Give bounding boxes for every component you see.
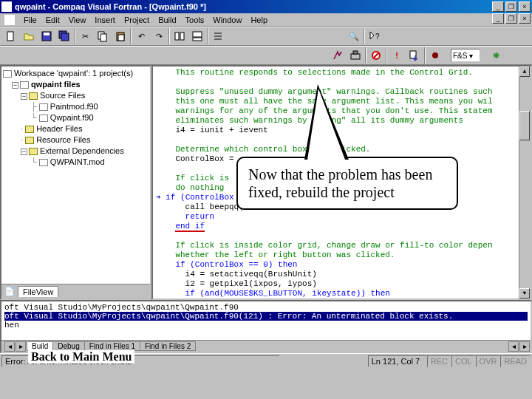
tree-extdep-folder[interactable]: External Dependencies — [40, 146, 124, 155]
status-col: COL — [451, 355, 476, 367]
status-ovr: OVR — [476, 355, 501, 367]
output-line-selected[interactable]: oft Visual Studio\MyProjects\qwpaint\Qwp… — [4, 312, 528, 321]
svg-rect-0 — [7, 32, 13, 41]
scroll-down-button[interactable]: ▼ — [519, 288, 530, 299]
resource-button[interactable]: ❋ — [488, 47, 504, 64]
standard-toolbar: ✂ ↶ ↷ 🔍 ? — [0, 27, 532, 46]
mdi-minimize-button[interactable]: _ — [492, 13, 504, 24]
help-find-button[interactable]: ? — [366, 28, 383, 44]
folder-icon — [25, 126, 34, 133]
tab-scroll-right[interactable]: ▸ — [16, 341, 26, 352]
tree-header-folder[interactable]: Header Files — [36, 124, 82, 133]
menu-bar: File Edit View Insert Project Build Tool… — [0, 13, 532, 27]
svg-rect-9 — [175, 33, 179, 40]
code-line: call beepqq( — [185, 202, 244, 211]
code-line: end if — [175, 222, 205, 232]
annotation-callout: Now that the problem has been fixed, reb… — [236, 157, 458, 210]
code-line: if (ControlBox — [166, 193, 233, 202]
close-button[interactable]: × — [519, 1, 531, 12]
code-line: whether the left or right button was cli… — [175, 250, 395, 259]
svg-text:?: ? — [375, 33, 380, 41]
file-icon — [39, 103, 48, 111]
workspace-icon — [3, 70, 12, 78]
menu-file[interactable]: File — [24, 16, 37, 24]
go-button[interactable] — [406, 47, 423, 64]
tree-resource-folder[interactable]: Resource Files — [36, 135, 90, 144]
menu-insert[interactable]: Insert — [95, 16, 115, 24]
format-combo[interactable]: F&S ▾ — [451, 49, 480, 62]
menu-edit[interactable]: Edit — [46, 16, 60, 24]
mdi-restore-button[interactable]: ❐ — [505, 13, 517, 24]
menu-build[interactable]: Build — [158, 16, 176, 24]
stop-build-button[interactable] — [368, 47, 384, 64]
compile-button[interactable] — [330, 47, 346, 64]
folder-icon — [29, 148, 38, 155]
status-position: Ln 121, Col 7 — [368, 355, 427, 367]
redo-button[interactable]: ↷ — [151, 28, 167, 44]
paste-button[interactable] — [112, 28, 129, 44]
file-icon — [39, 115, 48, 122]
file-tree[interactable]: Workspace 'qwpaint': 1 project(s) −qwpai… — [1, 66, 150, 284]
svg-rect-12 — [193, 38, 202, 41]
collapse-icon[interactable]: − — [21, 149, 27, 155]
open-button[interactable] — [21, 28, 37, 44]
menu-view[interactable]: View — [69, 16, 86, 24]
svg-point-23 — [432, 52, 438, 58]
output-line: hen — [4, 321, 528, 330]
svg-rect-11 — [193, 32, 202, 37]
collapse-icon[interactable]: − — [12, 82, 18, 89]
mdi-close-button[interactable]: × — [519, 13, 531, 24]
cut-button[interactable]: ✂ — [77, 28, 93, 44]
code-line: i4 = iunit + ievent — [175, 126, 267, 134]
execute-button[interactable]: ! — [389, 47, 405, 64]
minimize-button[interactable]: _ — [492, 1, 504, 12]
svg-rect-18 — [353, 51, 358, 54]
tab-fileview[interactable]: FileView — [18, 286, 58, 297]
find-button[interactable]: 🔍 — [346, 28, 362, 44]
project-icon — [20, 81, 29, 89]
tree-file[interactable]: QWPAINT.mod — [50, 157, 105, 166]
tree-project[interactable]: qwpaint files — [31, 80, 81, 89]
new-button[interactable] — [3, 28, 19, 44]
svg-rect-10 — [180, 33, 184, 40]
maximize-button[interactable]: ❐ — [505, 1, 517, 12]
code-line: If click is — [175, 174, 233, 183]
save-button[interactable] — [38, 28, 55, 44]
tree-root: Workspace 'qwpaint': 1 project(s) — [14, 69, 133, 78]
collapse-icon[interactable]: − — [21, 93, 27, 100]
tab-find2[interactable]: Find in Files 2 — [140, 341, 196, 351]
back-to-main-menu[interactable]: Back to Main Menu — [28, 350, 134, 364]
code-line: return — [185, 212, 215, 221]
menu-tools[interactable]: Tools — [185, 16, 205, 24]
code-line: i2 = getpixel(ixpos, iypos) — [185, 279, 317, 288]
output-pane[interactable]: oft Visual Studio\MyProjects\qwpaint\Qwp… — [0, 300, 532, 353]
tree-source-folder[interactable]: Source Files — [40, 91, 85, 100]
output-scroll-left[interactable]: ◂ — [508, 341, 519, 352]
code-line: if (ControlBox == 0) then — [175, 260, 297, 269]
tree-file[interactable]: Paintmod.f90 — [50, 102, 98, 111]
build-button[interactable] — [347, 47, 364, 64]
output-scroll-right[interactable]: ▸ — [519, 341, 530, 352]
workspace-button[interactable] — [171, 28, 188, 44]
code-line: If click is inside color grid, change dr… — [175, 241, 492, 250]
output-button[interactable] — [189, 28, 205, 44]
breakpoint-button[interactable] — [427, 47, 443, 64]
svg-rect-17 — [351, 54, 360, 59]
save-all-button[interactable] — [56, 28, 72, 44]
menu-window[interactable]: Window — [213, 16, 242, 24]
menu-project[interactable]: Project — [124, 16, 149, 24]
title-bar: qwpaint - Compaq Visual Fortran - [Qwpai… — [0, 0, 532, 13]
build-toolbar: ! F&S ▾ ❋ — [0, 46, 532, 65]
copy-button[interactable] — [95, 28, 111, 44]
menu-help[interactable]: Help — [250, 16, 267, 24]
undo-button[interactable]: ↶ — [133, 28, 149, 44]
list-button[interactable] — [210, 28, 226, 44]
folder-icon — [25, 137, 34, 144]
scroll-thumb[interactable] — [519, 111, 530, 140]
status-read: READ — [500, 355, 531, 367]
tab-scroll-left[interactable]: ◂ — [4, 341, 15, 352]
scroll-up-button[interactable]: ▲ — [519, 66, 530, 77]
tree-file[interactable]: Qwpaint.f90 — [50, 113, 94, 122]
editor-scrollbar[interactable]: ▲ ▼ — [519, 66, 531, 299]
workspace-pane: Workspace 'qwpaint': 1 project(s) −qwpai… — [0, 65, 151, 300]
